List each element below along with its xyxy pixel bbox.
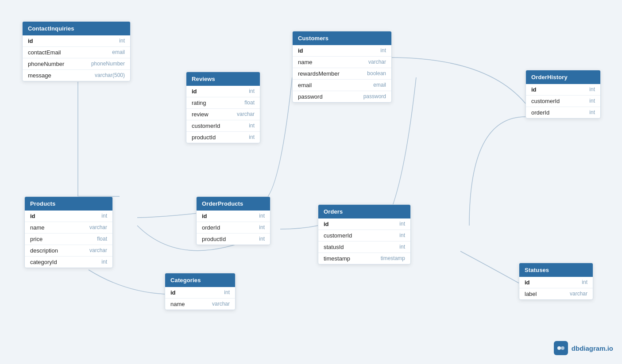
table-header-products: Products <box>25 197 112 211</box>
table-row: password password <box>293 91 391 102</box>
table-row: description varchar <box>25 245 112 257</box>
table-row: message varchar(500) <box>23 70 130 81</box>
table-header-order-history: OrderHistory <box>526 70 600 84</box>
svg-point-2 <box>557 346 561 350</box>
table-row: email email <box>293 80 391 91</box>
table-row: id int <box>165 287 235 299</box>
table-row: productId int <box>197 234 270 245</box>
table-header-categories: Categories <box>165 273 235 287</box>
table-row: customerId int <box>526 96 600 107</box>
table-customers: Customers id int name varchar rewardsMem… <box>292 31 392 103</box>
table-row: orderId int <box>526 107 600 118</box>
table-row: id int <box>293 45 391 57</box>
table-statuses: Statuses id int label varchar <box>519 263 593 300</box>
table-row: categoryId int <box>25 257 112 268</box>
table-row: id int <box>318 218 410 230</box>
table-header-reviews: Reviews <box>186 72 260 86</box>
table-orders: Orders id int customerId int statusId in… <box>318 204 411 264</box>
table-row: statusId int <box>318 241 410 253</box>
table-row: id int <box>526 84 600 96</box>
table-row: label varchar <box>519 288 593 299</box>
table-order-products: OrderProducts id int orderId int product… <box>196 196 270 245</box>
table-header-customers: Customers <box>293 31 391 45</box>
table-row: id int <box>23 35 130 47</box>
table-row: id int <box>25 211 112 222</box>
table-row: id int <box>519 277 593 288</box>
table-row: customerId int <box>318 230 410 241</box>
table-header-orders: Orders <box>318 205 410 218</box>
svg-point-3 <box>561 346 564 350</box>
table-header-statuses: Statuses <box>519 263 593 277</box>
table-row: rewardsMember boolean <box>293 68 391 80</box>
table-contact-inquiries: ContactInquiries id int contactEmail ema… <box>22 21 131 81</box>
table-row: id int <box>197 211 270 222</box>
table-row: customerId int <box>186 120 260 132</box>
table-row: name varchar <box>165 299 235 310</box>
table-row: phoneNumber phoneNumber <box>23 58 130 70</box>
dbdiagram-logo-icon <box>554 341 568 355</box>
table-row: price float <box>25 234 112 245</box>
logo-area: dbdiagram.io <box>554 341 613 355</box>
table-row: contactEmail email <box>23 47 130 58</box>
table-row: name varchar <box>293 57 391 68</box>
table-header-order-products: OrderProducts <box>197 197 270 211</box>
table-products: Products id int name varchar price float… <box>24 196 113 268</box>
table-row: rating float <box>186 97 260 109</box>
logo-text: dbdiagram.io <box>572 345 613 352</box>
table-reviews: Reviews id int rating float review varch… <box>186 72 260 143</box>
table-row: review varchar <box>186 109 260 120</box>
table-order-history: OrderHistory id int customerId int order… <box>525 70 601 119</box>
table-row: name varchar <box>25 222 112 234</box>
table-row: orderId int <box>197 222 270 234</box>
table-header-contact-inquiries: ContactInquiries <box>23 22 130 35</box>
table-row: productId int <box>186 132 260 143</box>
diagram-canvas: ContactInquiries id int contactEmail ema… <box>0 0 622 364</box>
table-row: id int <box>186 86 260 97</box>
table-row: timestamp timestamp <box>318 253 410 264</box>
table-categories: Categories id int name varchar <box>165 273 236 310</box>
